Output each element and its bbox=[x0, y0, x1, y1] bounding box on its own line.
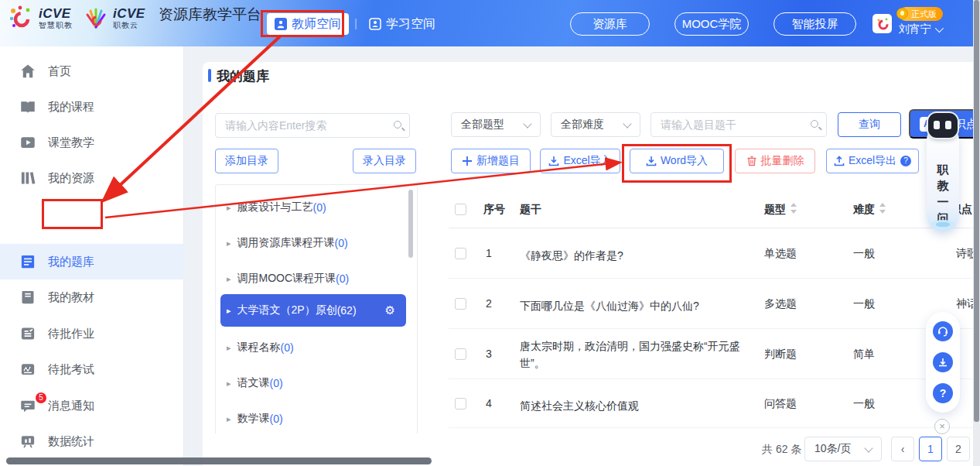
rainbow-shell-icon bbox=[84, 5, 108, 30]
cell-type: 判断题 bbox=[764, 348, 797, 361]
sidebar-item-data-statistics[interactable]: 数据统计 bbox=[0, 423, 184, 459]
batch-delete-button[interactable]: 批量删除 bbox=[735, 149, 815, 173]
caret-right-icon[interactable]: ▸ bbox=[227, 203, 231, 213]
table-row[interactable]: 3 唐太宗时期，政治清明，国力强盛史称“开元盛世”。 判断题 简单 bbox=[449, 329, 980, 379]
sidebar-item-label: 首页 bbox=[48, 64, 71, 79]
resource-library-button[interactable]: 资源库 bbox=[570, 12, 650, 36]
mini-app-logo[interactable] bbox=[872, 14, 892, 33]
sidebar-item-notifications[interactable]: 5 消息通知 bbox=[0, 388, 184, 423]
chevron-down-icon bbox=[935, 24, 944, 33]
help-circle-icon[interactable]: ? bbox=[900, 156, 911, 166]
row-checkbox[interactable] bbox=[455, 298, 466, 310]
page-1-button[interactable]: 1 bbox=[919, 437, 942, 461]
cell-stem: 简述社会主义核心价值观 bbox=[520, 397, 758, 414]
video-play-icon bbox=[20, 135, 36, 150]
caret-right-icon[interactable]: ▸ bbox=[227, 274, 231, 284]
sidebar-item-my-courses[interactable]: 我的课程 bbox=[0, 89, 184, 125]
catalog-search-input[interactable] bbox=[216, 114, 409, 137]
horizontal-scrollbar[interactable] bbox=[6, 457, 432, 464]
app-window: iCVE 智慧职教 iCVE 职教云 资源库 bbox=[0, 0, 980, 466]
page-2-button[interactable]: 2 bbox=[947, 437, 970, 461]
cell-type: 多选题 bbox=[764, 297, 797, 311]
sidebar-item-my-resources[interactable]: 我的资源 bbox=[0, 160, 184, 196]
query-button[interactable]: 查询 bbox=[838, 112, 901, 137]
tree-item-selected[interactable]: ▸ 大学语文（2P）原创(62) ⚙ bbox=[220, 294, 406, 327]
caret-right-icon[interactable]: ▸ bbox=[227, 379, 231, 389]
column-header-type[interactable]: 题型 bbox=[764, 203, 786, 217]
library-books-icon bbox=[20, 170, 36, 186]
question-type-select[interactable]: 全部题型 bbox=[451, 112, 541, 137]
sidebar-item-my-textbooks[interactable]: 我的教材 bbox=[0, 279, 184, 315]
sidebar-item-label: 我的资源 bbox=[48, 171, 94, 186]
total-count: 共 62 条 bbox=[762, 443, 801, 457]
tree-item[interactable]: ▸ 数学课(0) bbox=[220, 407, 406, 430]
cell-type: 问答题 bbox=[764, 397, 797, 411]
cell-type: 单选题 bbox=[764, 247, 797, 261]
sort-icon[interactable] bbox=[790, 201, 797, 215]
tree-item-count: (0) bbox=[336, 272, 349, 285]
caret-right-icon[interactable]: ▸ bbox=[227, 414, 231, 424]
sidebar-item-classroom-teaching[interactable]: 课堂教学 bbox=[0, 125, 184, 160]
tree-item[interactable]: ▸ 服装设计与工艺(0) bbox=[220, 196, 406, 219]
robot-icon[interactable] bbox=[928, 113, 958, 138]
search-icon[interactable] bbox=[811, 120, 818, 128]
tree-item[interactable]: ▸ 调用资源库课程开课(0) bbox=[220, 231, 406, 255]
sort-icon[interactable] bbox=[879, 201, 886, 215]
difficulty-select[interactable]: 全部难度 bbox=[551, 112, 640, 137]
sidebar-item-pending-exams[interactable]: 待批考试 bbox=[0, 351, 184, 387]
row-checkbox[interactable] bbox=[455, 248, 466, 259]
logo1-name: iCVE bbox=[39, 7, 73, 20]
sidebar-item-pending-homework[interactable]: 待批作业 bbox=[0, 316, 184, 351]
sidebar-item-my-question-bank[interactable]: 我的题库 bbox=[0, 244, 184, 279]
table-row[interactable]: 4 简述社会主义核心价值观 问答题 一般 bbox=[449, 379, 980, 428]
tree-item-count: (0) bbox=[281, 341, 294, 354]
caret-right-icon[interactable]: ▸ bbox=[227, 238, 231, 248]
sidebar-item-label: 我的课程 bbox=[48, 100, 94, 115]
gear-icon[interactable]: ⚙ bbox=[385, 303, 395, 317]
page-size-select[interactable]: 10条/页 bbox=[804, 437, 882, 461]
cell-seq: 2 bbox=[486, 297, 492, 310]
caret-right-icon[interactable]: ▸ bbox=[227, 343, 231, 353]
search-icon[interactable] bbox=[394, 121, 401, 128]
tree-item[interactable]: ▸ 调用MOOC课程开课(0) bbox=[220, 267, 406, 290]
textbook-icon bbox=[20, 290, 36, 305]
assistant-widget[interactable]: 职教一问 bbox=[927, 124, 959, 232]
stem-search-input[interactable] bbox=[651, 113, 826, 136]
download-cloud-icon[interactable] bbox=[933, 352, 953, 372]
column-header-stem: 题干 bbox=[520, 203, 541, 217]
table-row[interactable]: 2 下面哪几位是《八仙过海》中的八仙? 多选题 一般 神话 bbox=[449, 279, 980, 329]
select-all-checkbox[interactable] bbox=[455, 204, 466, 215]
excel-export-button[interactable]: Excel导出 ? bbox=[826, 149, 919, 173]
user-menu[interactable]: 刘宵宁 bbox=[899, 22, 941, 36]
close-icon[interactable]: × bbox=[934, 419, 950, 434]
add-catalog-button[interactable]: 添加目录 bbox=[215, 149, 278, 173]
sidebar-item-home[interactable]: 首页 bbox=[0, 53, 184, 89]
page-vertical-scrollbar[interactable] bbox=[973, 0, 980, 466]
caret-right-icon[interactable]: ▸ bbox=[227, 306, 231, 316]
customer-service-icon[interactable] bbox=[933, 321, 953, 341]
row-checkbox[interactable] bbox=[455, 398, 466, 409]
tree-item-label: 服装设计与工艺 bbox=[237, 200, 313, 214]
upload-icon bbox=[834, 156, 845, 166]
excel-import-button[interactable]: Excel导入 bbox=[540, 149, 620, 173]
nav-study-space[interactable]: 学习空间 bbox=[369, 13, 435, 35]
tree-scrollbar[interactable] bbox=[408, 190, 413, 258]
cell-difficulty: 一般 bbox=[853, 397, 875, 411]
column-header-difficulty[interactable]: 难度 bbox=[853, 203, 875, 217]
cell-seq: 3 bbox=[486, 348, 492, 360]
sidebar-item-label: 待批考试 bbox=[48, 362, 94, 377]
resource-library-label: 资源库 bbox=[592, 17, 627, 32]
row-checkbox[interactable] bbox=[455, 348, 466, 360]
add-question-button[interactable]: 新增题目 bbox=[451, 149, 531, 173]
prev-page-button[interactable]: ‹ bbox=[891, 437, 914, 461]
tree-item[interactable]: ▸ 语文课(0) bbox=[220, 372, 406, 395]
tree-item[interactable]: ▸ 课程名称(0) bbox=[220, 336, 406, 359]
smart-cast-button[interactable]: 智能投屏 bbox=[773, 12, 856, 36]
entry-catalog-button[interactable]: 录入目录 bbox=[353, 149, 416, 173]
help-circle-icon[interactable]: ? bbox=[933, 383, 953, 403]
trash-icon bbox=[746, 156, 757, 166]
icve-zhihuizhijiao-logo: iCVE 智慧职教 bbox=[8, 5, 73, 31]
column-header-seq: 序号 bbox=[483, 203, 505, 217]
table-row[interactable]: 1 《静夜思》的作者是? 单选题 一般 诗歌 bbox=[449, 228, 980, 279]
mooc-academy-button[interactable]: MOOC学院 bbox=[674, 12, 749, 36]
